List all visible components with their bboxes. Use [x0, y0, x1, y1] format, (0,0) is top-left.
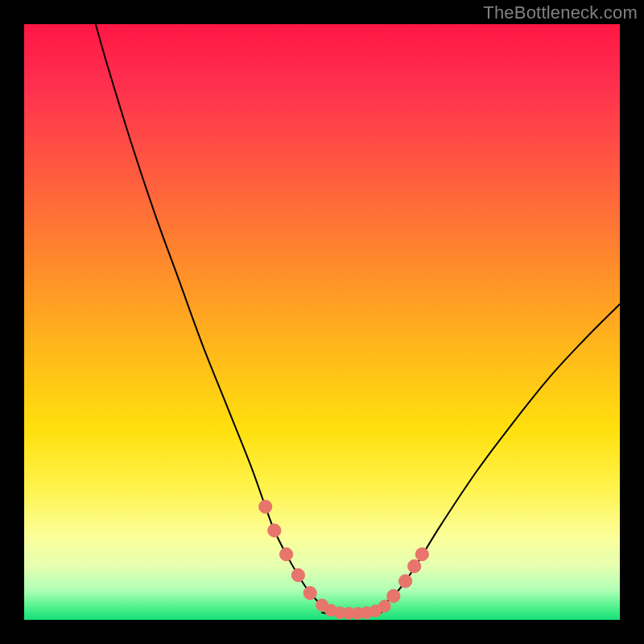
chart-plot-area: [24, 24, 620, 620]
chart-marker: [387, 589, 400, 602]
chart-marker: [408, 559, 421, 572]
chart-markers-group: [259, 500, 429, 619]
chart-marker: [268, 524, 281, 537]
watermark-text: TheBottleneck.com: [483, 2, 638, 23]
series-left_branch: [96, 24, 334, 611]
chart-svg: [24, 24, 620, 620]
series-right_branch: [369, 304, 620, 611]
chart-marker: [279, 547, 292, 560]
chart-marker: [303, 587, 316, 600]
chart-marker: [291, 568, 304, 581]
chart-marker: [398, 575, 411, 588]
chart-marker: [259, 500, 272, 513]
chart-marker: [378, 601, 390, 613]
chart-series-group: [96, 24, 620, 614]
chart-frame: TheBottleneck.com: [0, 0, 644, 644]
chart-marker: [415, 547, 428, 560]
